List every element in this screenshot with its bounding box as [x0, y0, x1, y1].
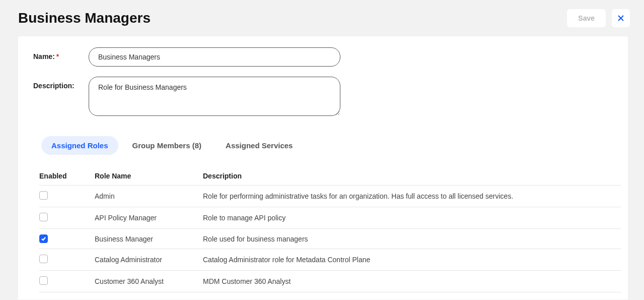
enabled-checkbox[interactable] [39, 213, 48, 221]
cell-description: Role for performing administrative tasks… [203, 186, 621, 207]
page-title: Business Managers [18, 10, 151, 26]
cell-description: Role to manage API policy [203, 207, 621, 229]
cell-enabled [39, 249, 95, 271]
cell-role-name: Admin [95, 186, 203, 207]
tab-group-members[interactable]: Group Members (8) [122, 136, 212, 155]
cell-role-name: Customer 360 Analyst [95, 271, 203, 292]
name-label-text: Name: [33, 52, 55, 61]
cell-enabled [39, 186, 95, 207]
roles-table: Enabled Role Name Description AdminRole … [39, 167, 621, 292]
cell-description: Role used for business managers [203, 229, 621, 249]
table-row: AdminRole for performing administrative … [39, 186, 621, 207]
description-label: Description: [33, 77, 89, 90]
content-card: Name:* Description: Assigned Roles Group… [18, 36, 628, 299]
cell-role-name: Business Manager [95, 229, 203, 249]
table-row: Business ManagerRole used for business m… [39, 229, 621, 249]
tab-assigned-roles[interactable]: Assigned Roles [41, 136, 118, 155]
save-button[interactable]: Save [567, 9, 606, 27]
table-row: API Policy ManagerRole to manage API pol… [39, 207, 621, 229]
name-label: Name:* [33, 47, 89, 61]
check-icon [41, 236, 46, 242]
form-row-name: Name:* [18, 47, 628, 67]
form-row-description: Description: [18, 77, 628, 116]
tabs: Assigned Roles Group Members (8) Assigne… [41, 136, 628, 155]
cell-role-name: API Policy Manager [95, 207, 203, 229]
roles-table-wrapper[interactable]: Enabled Role Name Description AdminRole … [18, 167, 628, 293]
col-rolename-header: Role Name [95, 167, 203, 186]
cell-enabled [39, 229, 95, 249]
col-enabled-header: Enabled [39, 167, 95, 186]
table-row: Catalog AdministratorCatalog Administrat… [39, 249, 621, 271]
table-header-row: Enabled Role Name Description [39, 167, 621, 186]
enabled-checkbox[interactable] [39, 191, 48, 200]
enabled-checkbox[interactable] [39, 276, 48, 285]
tab-assigned-services[interactable]: Assigned Services [216, 136, 303, 155]
header-actions: Save [567, 9, 630, 27]
enabled-checkbox[interactable] [39, 255, 48, 263]
close-button[interactable] [612, 9, 630, 27]
cell-role-name: Catalog Administrator [95, 249, 203, 271]
cell-description: MDM Customer 360 Analyst [203, 271, 621, 292]
table-row: Customer 360 AnalystMDM Customer 360 Ana… [39, 271, 621, 292]
enabled-checkbox[interactable] [39, 234, 48, 243]
cell-enabled [39, 207, 95, 229]
close-icon [617, 14, 625, 22]
cell-description: Catalog Administrator role for Metadata … [203, 249, 621, 271]
name-input[interactable] [89, 47, 340, 67]
required-indicator: * [56, 52, 59, 61]
cell-enabled [39, 271, 95, 292]
description-input[interactable] [89, 77, 340, 116]
col-description-header: Description [203, 167, 621, 186]
page-header: Business Managers Save [0, 0, 644, 36]
